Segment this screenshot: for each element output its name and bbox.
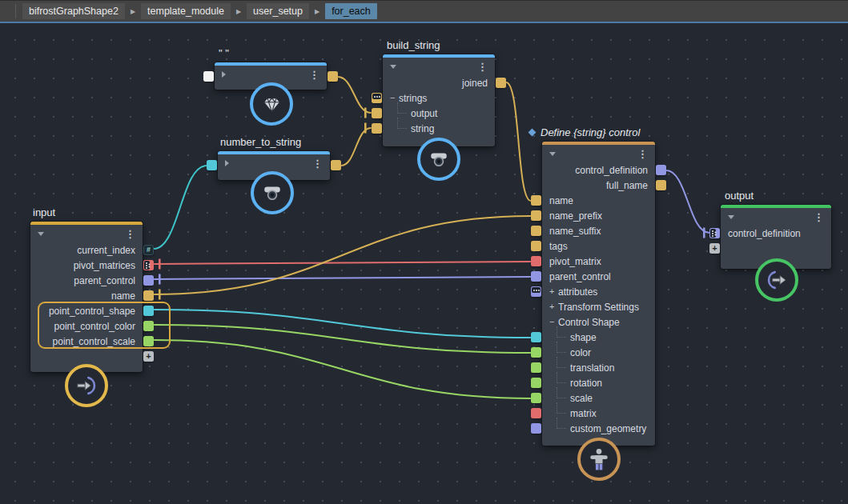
node-define_control[interactable]: ⋮control_definitionfull_namenamename_pre… bbox=[542, 142, 655, 446]
row-name_prefix: name_prefix bbox=[542, 208, 655, 223]
translation-port[interactable] bbox=[531, 362, 541, 373]
port-label: matrix bbox=[570, 408, 597, 419]
name-port[interactable] bbox=[143, 290, 154, 301]
array-dots-icon bbox=[144, 261, 150, 270]
collapse-collapsed-icon[interactable] bbox=[225, 160, 229, 166]
wire-point_control_shape-to-shape[interactable] bbox=[154, 310, 531, 338]
name_suffix-port[interactable] bbox=[531, 226, 541, 236]
output-arrow-icon bbox=[766, 269, 788, 291]
collapse-expanded-icon[interactable] bbox=[38, 232, 44, 236]
wire-point_control_scale-to-scale[interactable] bbox=[154, 340, 531, 398]
wire-joined-to-name[interactable] bbox=[506, 82, 531, 201]
wire-quote-to-strings-output[interactable] bbox=[338, 77, 371, 113]
group-collapse-icon[interactable]: − bbox=[390, 94, 399, 102]
port-label: custom_geometry bbox=[570, 423, 646, 434]
custom_geometry-port[interactable] bbox=[531, 423, 541, 434]
port-label: control_definition bbox=[728, 228, 801, 239]
matrix-port[interactable] bbox=[531, 408, 541, 418]
scale-port[interactable] bbox=[531, 393, 541, 403]
collapse-expanded-icon[interactable] bbox=[549, 152, 556, 156]
collapse-collapsed-icon[interactable] bbox=[222, 71, 226, 78]
port-label: parent_control bbox=[549, 271, 611, 282]
full_name-port[interactable] bbox=[656, 180, 666, 190]
kebab-menu-icon[interactable]: ⋮ bbox=[477, 62, 488, 72]
row-tags: tags bbox=[542, 238, 655, 254]
name_prefix-port[interactable] bbox=[531, 210, 541, 221]
quote-port[interactable] bbox=[328, 71, 338, 82]
output-port[interactable] bbox=[372, 108, 382, 118]
color-port[interactable] bbox=[531, 347, 541, 358]
breadcrumb-item-template-module[interactable]: template_module bbox=[141, 3, 231, 19]
wire-name-to-name_prefix[interactable] bbox=[154, 216, 531, 294]
control_definition-port[interactable] bbox=[709, 228, 720, 238]
input-arrow-icon bbox=[75, 374, 98, 397]
wire-number_to_string-to-strings-string[interactable] bbox=[341, 128, 371, 166]
row-control_definition: control_definition bbox=[542, 162, 655, 178]
rotation-port[interactable] bbox=[531, 378, 541, 388]
wire-control_definition-to-output[interactable] bbox=[666, 170, 709, 233]
group-expand-icon[interactable]: + bbox=[549, 287, 558, 296]
wire-fanout-tick bbox=[364, 108, 367, 118]
port-label: Transform Settings bbox=[558, 302, 639, 313]
pivot_matrix-port[interactable] bbox=[531, 256, 541, 266]
collapse-expanded-icon[interactable] bbox=[728, 215, 734, 219]
tags-port[interactable] bbox=[531, 241, 541, 251]
row-joined: joined bbox=[383, 75, 495, 90]
node-title-text: Define {string} control bbox=[541, 126, 640, 138]
port-label: pivot_matrices bbox=[74, 260, 135, 271]
tree-connector bbox=[557, 342, 566, 353]
kebab-menu-icon[interactable]: ⋮ bbox=[125, 229, 135, 239]
row-current_index: current_index# bbox=[30, 242, 143, 258]
parent_control-port[interactable] bbox=[531, 271, 541, 282]
kebab-menu-icon[interactable]: ⋮ bbox=[309, 70, 320, 80]
wire-point_control_color-to-color[interactable] bbox=[154, 325, 531, 353]
wire-pivot_matrices-to-pivot_matrix[interactable] bbox=[154, 262, 531, 264]
index-hash-port[interactable]: # bbox=[143, 245, 154, 255]
node-title-text: input bbox=[33, 206, 55, 218]
highlight-annotation-rect bbox=[38, 302, 171, 349]
number_to_string-port[interactable] bbox=[331, 160, 341, 170]
port-label: control_definition bbox=[575, 165, 648, 176]
joined-port[interactable] bbox=[496, 78, 506, 88]
attributes-port[interactable] bbox=[531, 286, 541, 297]
control_definition-port[interactable] bbox=[656, 165, 666, 175]
strings-port[interactable] bbox=[372, 93, 382, 103]
row-full_name: full_name bbox=[542, 178, 655, 193]
group-expand-icon[interactable]: + bbox=[549, 302, 558, 311]
shape-port[interactable] bbox=[531, 332, 541, 342]
port-label: full_name bbox=[606, 180, 648, 191]
name-port[interactable] bbox=[531, 195, 541, 206]
node-title-text: output bbox=[725, 190, 754, 202]
kebab-menu-icon[interactable]: ⋮ bbox=[312, 158, 323, 169]
quote-port[interactable] bbox=[203, 71, 214, 82]
parent_control-port[interactable] bbox=[143, 275, 154, 286]
node-title-output: output bbox=[725, 190, 754, 202]
node-input[interactable]: ⋮current_index#pivot_matricesparent_cont… bbox=[30, 222, 143, 372]
port-label: parent_control bbox=[74, 275, 135, 286]
string-port[interactable] bbox=[372, 123, 382, 134]
breadcrumb-item-user-setup[interactable]: user_setup bbox=[247, 3, 309, 19]
node-graph-canvas[interactable]: " "⋮ number_to_string⋮ build_string⋮join… bbox=[0, 23, 848, 504]
tree-connector bbox=[557, 402, 566, 414]
node-build_string[interactable]: ⋮joined−stringsoutputstring bbox=[383, 54, 495, 146]
kebab-menu-icon[interactable]: ⋮ bbox=[814, 212, 824, 222]
node-title-build_string: build_string bbox=[387, 39, 440, 51]
breadcrumb-item-for-each[interactable]: for_each bbox=[325, 3, 377, 19]
collapse-expanded-icon[interactable] bbox=[390, 65, 396, 69]
add-port-button[interactable]: + bbox=[709, 243, 720, 254]
pivot_matrices-port[interactable] bbox=[143, 260, 154, 270]
tree-connector bbox=[397, 118, 407, 129]
group-collapse-icon[interactable]: − bbox=[549, 318, 558, 326]
add-port-button[interactable]: + bbox=[143, 351, 154, 362]
wire-current_index-to-number_to_string[interactable] bbox=[154, 166, 207, 249]
kebab-menu-icon[interactable]: ⋮ bbox=[637, 149, 648, 159]
fan-in-dots-icon bbox=[532, 287, 541, 293]
wire-parent_control-to-parent_control[interactable] bbox=[154, 277, 531, 279]
row-pivot_matrices: pivot_matrices bbox=[30, 258, 143, 273]
tree-connector bbox=[557, 387, 566, 398]
breadcrumb-item-root[interactable]: bifrostGraphShape2 bbox=[22, 3, 125, 19]
number_to_string-port[interactable] bbox=[207, 160, 217, 170]
wire-fanout-tick bbox=[159, 290, 161, 300]
row-Transform Settings: +Transform Settings bbox=[542, 299, 655, 314]
port-label: output bbox=[411, 108, 437, 119]
